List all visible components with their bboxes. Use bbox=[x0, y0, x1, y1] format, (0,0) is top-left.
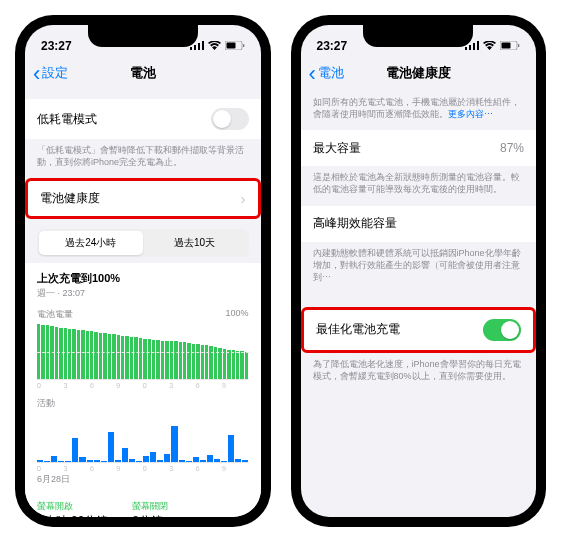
last-charge-title: 上次充電到100% bbox=[37, 271, 249, 286]
battery-bar bbox=[179, 342, 182, 379]
battery-bar bbox=[112, 334, 115, 379]
page-title: 電池 bbox=[130, 64, 156, 82]
low-power-footnote: 「低耗電模式」會暫時降低下載和郵件擷取等背景活動，直到你將iPhone完全充電為… bbox=[25, 139, 261, 178]
battery-bar bbox=[134, 337, 137, 379]
screen-on-value: 1小時 22分鐘 bbox=[37, 513, 108, 517]
activity-bar bbox=[242, 460, 248, 462]
battery-bar bbox=[223, 349, 226, 379]
battery-level-label: 電池電量 bbox=[37, 308, 73, 321]
battery-bar bbox=[59, 328, 62, 380]
svg-rect-8 bbox=[469, 45, 471, 50]
axis-tick: 9 bbox=[116, 465, 142, 472]
activity-bar bbox=[65, 461, 71, 462]
screen-off-value: 8分鐘 bbox=[132, 513, 168, 517]
activity-bar bbox=[51, 456, 57, 462]
activity-bar bbox=[108, 432, 114, 463]
battery-bar bbox=[205, 345, 208, 379]
optimized-charging-toggle[interactable] bbox=[483, 319, 521, 341]
activity-bar bbox=[214, 459, 220, 463]
activity-bar bbox=[79, 457, 85, 462]
max-capacity-value: 87% bbox=[500, 141, 524, 155]
axis-tick: 6 bbox=[196, 382, 222, 389]
svg-rect-1 bbox=[194, 45, 196, 50]
battery-bar bbox=[99, 333, 102, 380]
battery-bar bbox=[50, 326, 53, 379]
activity-label: 活動 bbox=[37, 397, 55, 410]
activity-bar bbox=[150, 452, 156, 462]
optimized-charging-footnote: 為了降低電池老化速度，iPhone會學習你的每日充電模式，會暫緩充電到80%以上… bbox=[301, 353, 537, 392]
low-power-mode-row[interactable]: 低耗電模式 bbox=[25, 99, 261, 139]
axis-tick: 0 bbox=[143, 382, 169, 389]
svg-rect-10 bbox=[477, 41, 479, 50]
activity-bar bbox=[186, 461, 192, 462]
battery-bar bbox=[152, 340, 155, 380]
activity-bar bbox=[101, 461, 107, 462]
svg-rect-6 bbox=[243, 44, 244, 47]
axis-tick: 0 bbox=[37, 465, 63, 472]
battery-bar bbox=[187, 343, 190, 379]
activity-bar bbox=[171, 426, 177, 463]
battery-bar bbox=[125, 336, 128, 379]
battery-bar bbox=[174, 341, 177, 379]
battery-bar bbox=[161, 341, 164, 380]
battery-bar bbox=[192, 344, 195, 380]
activity-bar bbox=[122, 448, 128, 463]
battery-bar bbox=[227, 350, 230, 380]
battery-level-max: 100% bbox=[225, 308, 248, 321]
battery-bar bbox=[196, 344, 199, 379]
optimized-charging-row[interactable]: 最佳化電池充電 bbox=[301, 307, 537, 353]
back-button[interactable]: 設定 bbox=[33, 64, 68, 82]
battery-bar bbox=[130, 337, 133, 379]
wifi-icon bbox=[483, 39, 496, 53]
battery-bar bbox=[245, 352, 248, 380]
activity-bar bbox=[143, 456, 149, 462]
axis-tick: 3 bbox=[63, 382, 89, 389]
chart-date: 6月28日 bbox=[37, 473, 249, 486]
axis-tick: 9 bbox=[222, 382, 248, 389]
axis-tick: 3 bbox=[169, 382, 195, 389]
battery-bar bbox=[81, 330, 84, 379]
axis-tick: 3 bbox=[169, 465, 195, 472]
last-charge-sub: 週一 · 23:07 bbox=[37, 287, 249, 300]
axis-tick: 9 bbox=[116, 382, 142, 389]
peak-performance-row: 高峰期效能容量 bbox=[301, 206, 537, 242]
wifi-icon bbox=[208, 39, 221, 53]
axis-tick: 3 bbox=[63, 465, 89, 472]
battery-bar bbox=[170, 341, 173, 380]
battery-health-label: 電池健康度 bbox=[40, 190, 100, 207]
activity-bar bbox=[37, 460, 43, 462]
activity-bar bbox=[228, 435, 234, 462]
battery-bar bbox=[103, 333, 106, 379]
segment-10d[interactable]: 過去10天 bbox=[143, 231, 247, 255]
activity-bar bbox=[179, 460, 185, 462]
svg-rect-5 bbox=[226, 43, 235, 49]
battery-bar bbox=[143, 339, 146, 380]
back-button[interactable]: 電池 bbox=[309, 64, 344, 82]
battery-bar bbox=[183, 342, 186, 379]
activity-bar bbox=[129, 459, 135, 463]
activity-bar bbox=[221, 461, 227, 462]
battery-bar bbox=[201, 345, 204, 380]
battery-bar bbox=[148, 339, 151, 379]
battery-bar bbox=[232, 350, 235, 379]
time-range-segment[interactable]: 過去24小時 過去10天 bbox=[37, 229, 249, 257]
battery-icon bbox=[225, 39, 245, 53]
activity-bar bbox=[207, 455, 213, 462]
activity-bar bbox=[72, 438, 78, 463]
battery-bar bbox=[156, 340, 159, 379]
intro-footnote: 如同所有的充電式電池，手機電池屬於消耗性組件，會隨著使用時間而逐漸降低效能。更多… bbox=[301, 91, 537, 130]
activity-bar bbox=[193, 457, 199, 462]
battery-bar bbox=[72, 329, 75, 380]
battery-health-row[interactable]: 電池健康度 › bbox=[25, 178, 261, 219]
activity-bar bbox=[235, 459, 241, 463]
low-power-toggle[interactable] bbox=[211, 108, 249, 130]
axis-tick: 6 bbox=[90, 382, 116, 389]
more-info-link[interactable]: 更多內容⋯ bbox=[448, 109, 493, 119]
segment-24h[interactable]: 過去24小時 bbox=[39, 231, 143, 255]
activity-bar bbox=[115, 460, 121, 462]
battery-level-chart bbox=[37, 324, 249, 380]
battery-bar bbox=[165, 341, 168, 380]
optimized-charging-label: 最佳化電池充電 bbox=[316, 321, 400, 338]
axis-tick: 9 bbox=[222, 465, 248, 472]
svg-rect-13 bbox=[518, 44, 519, 47]
